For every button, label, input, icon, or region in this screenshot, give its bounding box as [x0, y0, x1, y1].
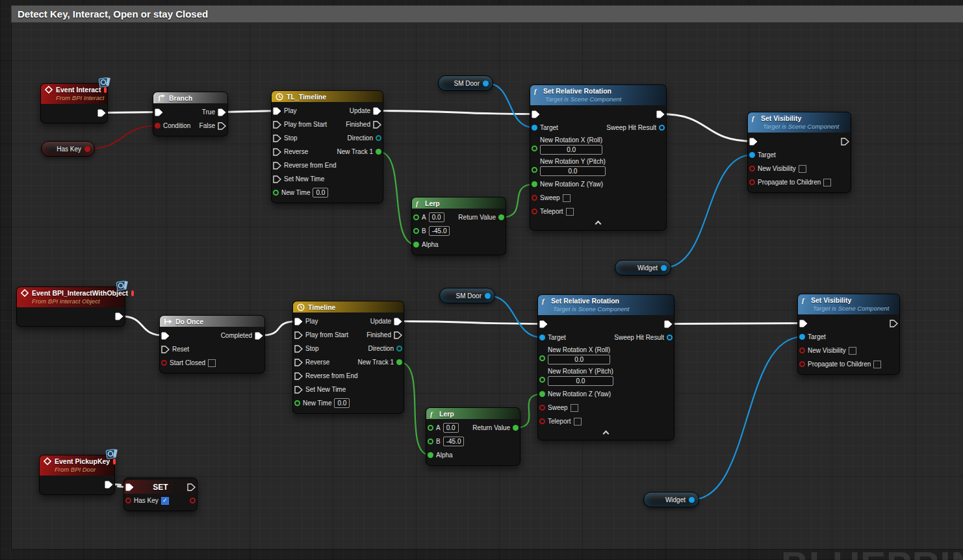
new-rotation-x-value[interactable]: 0.0: [548, 355, 610, 364]
collapse-chevron-icon[interactable]: [538, 431, 674, 440]
exec-out-pin[interactable]: [115, 312, 123, 320]
sweep-pin[interactable]: [532, 195, 537, 201]
return-value-pin[interactable]: [513, 425, 519, 431]
exec-in-pin[interactable]: [532, 110, 540, 118]
false-pin[interactable]: [218, 122, 226, 130]
target-pin[interactable]: [799, 334, 805, 340]
new-visibility-checkbox[interactable]: [799, 165, 806, 173]
reverse-from-end-pin[interactable]: [294, 372, 303, 380]
node-lerp-1[interactable]: fLerpA0.0Return ValueB-45.0Alpha: [411, 197, 506, 255]
new-rotation-y-pin[interactable]: [532, 167, 537, 173]
propagate-to-children-checkbox[interactable]: [873, 361, 881, 368]
exec-out-pin[interactable]: [97, 109, 106, 117]
sweep-pin[interactable]: [539, 405, 545, 411]
new-time-value[interactable]: 0.0: [313, 188, 328, 197]
out-pin[interactable]: [485, 293, 491, 299]
exec-out-pin[interactable]: [656, 110, 665, 118]
start-closed-checkbox[interactable]: [208, 359, 216, 367]
out-pin[interactable]: [190, 498, 196, 503]
sweep-hit-result-pin[interactable]: [659, 125, 665, 131]
sweep-checkbox[interactable]: [571, 404, 578, 412]
new-rotation-x-pin[interactable]: [532, 146, 537, 151]
node-set-relative-rotation-2[interactable]: fSet Relative RotationTarget is Scene Co…: [537, 294, 674, 440]
new-rotation-y-pin[interactable]: [539, 377, 545, 383]
new-rotation-z-pin[interactable]: [532, 181, 537, 187]
node-set-has-key[interactable]: SETHas Key✓: [123, 477, 198, 511]
exec-out-pin[interactable]: [187, 483, 196, 491]
completed-pin[interactable]: [255, 332, 263, 340]
exec-in-pin[interactable]: [539, 320, 548, 328]
stop-pin[interactable]: [273, 134, 281, 142]
b-value[interactable]: -45.0: [443, 437, 465, 446]
node-set-visibility-2[interactable]: fSet VisibilityTarget is Scene Component…: [797, 294, 900, 375]
node-widget-1[interactable]: Widget: [615, 260, 671, 275]
set-new-time-pin[interactable]: [273, 175, 281, 183]
new-time-pin[interactable]: [294, 400, 300, 406]
play-from-start-pin[interactable]: [273, 121, 281, 129]
collapse-chevron-icon[interactable]: [530, 222, 666, 230]
reverse-pin[interactable]: [294, 359, 303, 366]
out-pin[interactable]: [689, 497, 695, 503]
new-visibility-pin[interactable]: [799, 348, 805, 353]
a-pin[interactable]: [428, 425, 433, 431]
teleport-checkbox[interactable]: [574, 418, 582, 426]
target-pin[interactable]: [749, 152, 755, 158]
exec-in-pin[interactable]: [161, 332, 170, 340]
b-value[interactable]: -45.0: [429, 226, 450, 236]
play-from-start-pin[interactable]: [294, 331, 303, 339]
teleport-pin[interactable]: [539, 418, 545, 424]
propagate-to-children-pin[interactable]: [799, 361, 805, 367]
direction-pin[interactable]: [396, 346, 402, 351]
node-branch[interactable]: BranchTrueConditionFalse: [153, 92, 228, 136]
reset-pin[interactable]: [161, 346, 170, 353]
a-value[interactable]: 0.0: [443, 423, 459, 433]
exec-out-pin[interactable]: [841, 138, 849, 146]
out-pin[interactable]: [661, 265, 667, 271]
node-timeline[interactable]: TimelinePlayUpdatePlay from StartFinishe…: [292, 301, 404, 414]
exec-in-pin[interactable]: [799, 320, 808, 327]
stop-pin[interactable]: [294, 345, 303, 353]
exec-out-pin[interactable]: [105, 481, 113, 489]
a-pin[interactable]: [413, 214, 419, 220]
finished-pin[interactable]: [394, 331, 402, 339]
exec-out-pin[interactable]: [890, 320, 898, 327]
update-pin[interactable]: [373, 107, 381, 115]
new-visibility-pin[interactable]: [749, 166, 755, 172]
out-pin[interactable]: [84, 146, 90, 152]
teleport-pin[interactable]: [532, 209, 537, 214]
has-key-checkbox[interactable]: ✓: [161, 497, 169, 505]
exec-out-pin[interactable]: [664, 320, 673, 328]
node-has-key-var[interactable]: Has Key: [41, 141, 95, 157]
alpha-pin[interactable]: [413, 242, 419, 248]
node-set-visibility-1[interactable]: fSet VisibilityTarget is Scene Component…: [747, 112, 851, 193]
node-event-interact[interactable]: Event InteractFrom BPI Interact: [40, 83, 108, 123]
node-widget-2[interactable]: Widget: [643, 492, 699, 507]
out-pin[interactable]: [483, 81, 489, 86]
exec-in-pin[interactable]: [749, 138, 758, 146]
target-pin[interactable]: [539, 335, 545, 340]
new-track-1-pin[interactable]: [396, 359, 402, 365]
node-sm-door-1[interactable]: SM Door: [438, 75, 493, 91]
propagate-to-children-pin[interactable]: [749, 179, 755, 185]
start-closed-pin[interactable]: [161, 360, 167, 366]
direction-pin[interactable]: [376, 135, 381, 141]
new-time-pin[interactable]: [273, 190, 279, 196]
new-rotation-z-pin[interactable]: [539, 391, 545, 397]
return-value-pin[interactable]: [498, 214, 504, 220]
b-pin[interactable]: [413, 228, 419, 234]
node-tl-timeline[interactable]: TL_TimelinePlayUpdatePlay from StartFini…: [271, 90, 383, 203]
node-set-relative-rotation-1[interactable]: fSet Relative RotationTarget is Scene Co…: [530, 84, 667, 231]
node-event-bpi-interactwithobject[interactable]: Event BPI_InteractWithObjectFrom BPI Int…: [16, 286, 125, 327]
propagate-to-children-checkbox[interactable]: [823, 179, 831, 186]
play-pin[interactable]: [273, 107, 281, 115]
sweep-hit-result-pin[interactable]: [667, 335, 673, 340]
new-rotation-x-value[interactable]: 0.0: [540, 145, 602, 155]
finished-pin[interactable]: [373, 121, 381, 129]
new-rotation-y-value[interactable]: 0.0: [540, 166, 606, 176]
node-lerp-2[interactable]: fLerpA0.0Return ValueB-45.0Alpha: [426, 407, 520, 466]
play-pin[interactable]: [294, 318, 303, 325]
node-do-once[interactable]: Do OnceCompletedResetStart Closed: [159, 315, 265, 374]
new-visibility-checkbox[interactable]: [849, 347, 856, 355]
reverse-pin[interactable]: [273, 148, 281, 156]
update-pin[interactable]: [394, 318, 402, 325]
